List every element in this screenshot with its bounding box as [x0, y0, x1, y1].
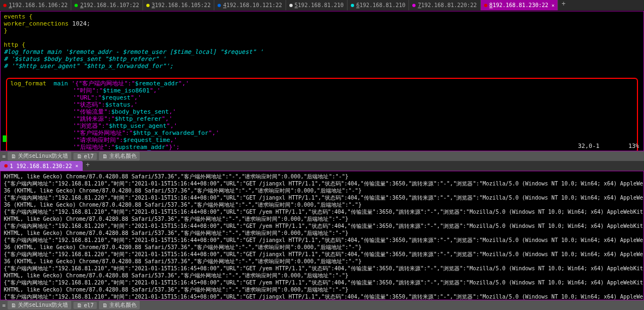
log-lines: KHTML, like Gecko) Chrome/87.0.4280.88 S… [4, 173, 640, 300]
file-icon: 🗎 [11, 153, 16, 159]
taskbar-item[interactable]: 🗎关闭seLinux防火墙 [8, 152, 71, 160]
status-dot-icon [351, 4, 354, 7]
log-line: KHTML, like Gecko) Chrome/87.0.4280.88 S… [4, 286, 640, 293]
session-tab[interactable]: 8 192.168.81.230:22× [481, 0, 559, 10]
taskbar-item[interactable]: 🗎主机名颜色 [99, 301, 140, 309]
file-icon: 🗎 [77, 153, 82, 159]
comment: # '$status $body_bytes_sent "$http_refer… [4, 55, 640, 63]
add-tab-button[interactable]: + [83, 161, 93, 171]
session-tab[interactable]: 3 192.168.16.105:22 [143, 0, 214, 10]
taskbar-1: ≡ 🗎关闭seLinux防火墙 🗎el7 🗎主机名颜色 [0, 151, 644, 161]
editor-pane[interactable]: events { worker_connections 1024; } http… [0, 11, 644, 151]
log-line: {"客户端内网地址":"192.168.81.220","时间":"2021-0… [4, 222, 640, 230]
log-line: 36 (KHTML, like Gecko) Chrome/87.0.4280.… [4, 244, 640, 251]
taskbar-2: ≡ 🗎关闭seLinux防火墙 🗎el7 🗎主机名颜色 [0, 300, 644, 310]
log-line: KHTML, like Gecko) Chrome/87.0.4280.88 S… [4, 272, 640, 279]
log-pane[interactable]: KHTML, like Gecko) Chrome/87.0.4280.88 S… [0, 171, 644, 300]
code-area: events { worker_connections 1024; } http… [1, 11, 643, 151]
log-line: 36 (KHTML, like Gecko) Chrome/87.0.4280.… [4, 201, 640, 208]
close-icon[interactable]: × [552, 3, 554, 8]
log-line: KHTML, like Gecko) Chrome/87.0.4280.88 S… [4, 173, 640, 180]
comment: #log_format main '$remote_addr - $remote… [4, 48, 640, 55]
value: 1024; [72, 20, 90, 27]
status-dot-icon [218, 4, 221, 7]
pane2-tabbar: 1 192.168.81.230:22× + [0, 161, 644, 171]
log-line: 36 (KHTML, like Gecko) Chrome/87.0.4280.… [4, 187, 640, 194]
brace: } [4, 27, 8, 34]
status-dot-icon [146, 4, 150, 7]
tab-bar: 1 192.168.16.106:222 192.168.16.107:223 … [0, 0, 644, 11]
taskbar-item[interactable]: 🗎主机名颜色 [99, 152, 140, 160]
add-tab-button[interactable]: + [558, 0, 568, 10]
log-line: {"客户端内网地址":"192.168.81.210","时间":"2021-0… [4, 265, 640, 272]
log-line: {"客户端内网地址":"192.168.81.220","时间":"2021-0… [4, 194, 640, 201]
taskbar-item[interactable]: 🗎el7 [73, 153, 97, 160]
session-tab[interactable]: 6 192.168.81.210 [348, 0, 409, 10]
log-line: 36 (KHTML, like Gecko) Chrome/87.0.4280.… [4, 258, 640, 265]
file-icon: 🗎 [102, 153, 108, 159]
status-dot-icon [484, 4, 487, 7]
taskbar-item[interactable]: 🗎关闭seLinux防火墙 [8, 301, 71, 309]
log-format-block: log_format main '{"客户端内网地址":"$remote_add… [6, 78, 638, 151]
taskbar-item[interactable]: 🗎el7 [73, 302, 97, 309]
status-dot-icon [75, 4, 78, 7]
menu-icon[interactable]: ≡ [2, 153, 5, 159]
keyword: http { [4, 41, 26, 48]
session-tab[interactable]: 1 192.168.16.106:22 [0, 0, 71, 10]
menu-icon[interactable]: ≡ [2, 302, 5, 308]
session-tab[interactable]: 5 192.168.81.210 [286, 0, 348, 10]
comment: # '"$http_user_agent" "$http_x_forwarded… [4, 63, 640, 70]
pane2-tab[interactable]: 1 192.168.81.230:22× [0, 161, 83, 171]
log-line: {"客户端内网地址":"192.168.81.210","时间":"2021-0… [4, 237, 640, 244]
name: main [53, 80, 68, 87]
status-dot-icon [412, 4, 416, 7]
directive: log_format [10, 80, 46, 87]
log-line: {"客户端内网地址":"192.168.81.220","时间":"2021-0… [4, 251, 640, 258]
session-tab[interactable]: 7 192.168.81.220:22 [409, 0, 480, 10]
keyword: events { [4, 13, 33, 20]
directive: worker_connections [4, 20, 69, 27]
log-line: KHTML, like Gecko) Chrome/87.0.4280.88 S… [4, 230, 640, 237]
status-dot-icon [3, 4, 7, 7]
status-dot-icon [4, 164, 8, 168]
log-line: {"客户端内网地址":"192.168.81.210","时间":"2021-0… [4, 180, 640, 187]
session-tab[interactable]: 4 192.168.10.121:22 [214, 0, 286, 10]
cursor-icon [3, 135, 7, 142]
log-line: {"客户端内网地址":"192.168.81.210","时间":"2021-0… [4, 208, 640, 215]
file-icon: 🗎 [77, 302, 82, 308]
status-line: 32,0-1 13% [578, 142, 639, 150]
cursor-position: 32,0-1 [578, 142, 599, 150]
log-line: {"客户端内网地址":"192.168.81.220","时间":"2021-0… [4, 279, 640, 286]
session-tab[interactable]: 2 192.168.16.107:22 [71, 0, 143, 10]
file-icon: 🗎 [11, 302, 16, 308]
scroll-percent: 13% [628, 142, 639, 150]
log-line: KHTML, like Gecko) Chrome/87.0.4280.88 S… [4, 215, 640, 222]
log-line: {"客户端内网地址":"192.168.81.210","时间":"2021-0… [4, 293, 640, 300]
close-icon[interactable]: × [75, 163, 78, 169]
status-dot-icon [289, 4, 293, 7]
file-icon: 🗎 [102, 302, 108, 308]
